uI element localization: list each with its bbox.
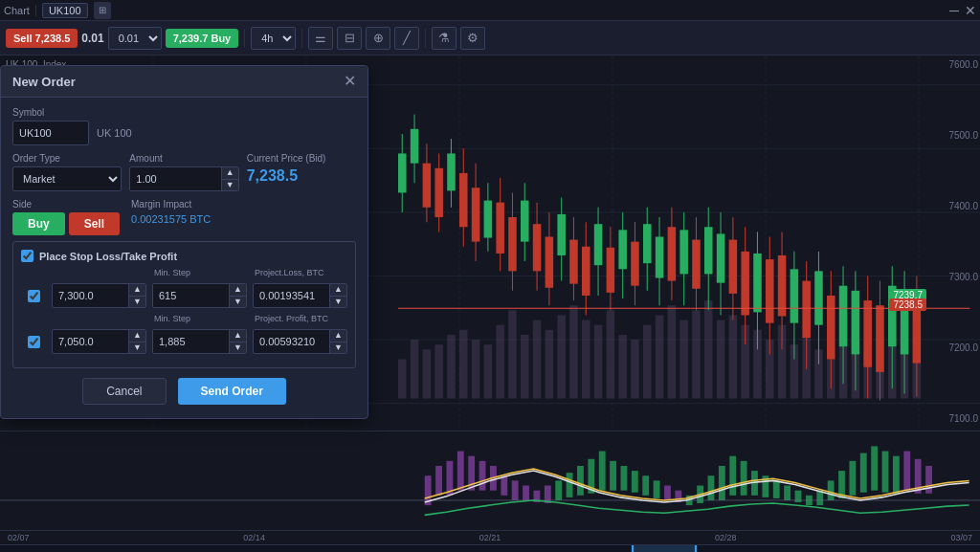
svg-rect-62 bbox=[434, 168, 443, 217]
svg-rect-185 bbox=[893, 456, 900, 494]
svg-rect-128 bbox=[839, 286, 848, 347]
svg-rect-179 bbox=[828, 481, 835, 501]
lot-size-select[interactable]: 0.01 0.1 1.0 bbox=[108, 27, 162, 50]
svg-rect-104 bbox=[692, 240, 701, 289]
margin-value: 0.00231575 BTC bbox=[131, 213, 356, 225]
margin-group: Margin Impact 0.00231575 BTC bbox=[131, 199, 356, 225]
symbol-input[interactable] bbox=[12, 121, 89, 145]
svg-rect-188 bbox=[925, 466, 932, 494]
toolbar: Sell 7,238.5 0.01 0.01 0.1 1.0 7,239.7 B… bbox=[0, 21, 980, 55]
svg-rect-112 bbox=[741, 252, 749, 316]
stop-loss-decrement[interactable]: ▼ bbox=[129, 297, 145, 308]
project-profit-stepper: ▲ ▼ bbox=[329, 330, 346, 353]
stop-loss-input[interactable] bbox=[53, 287, 128, 304]
tp-min-step-col-label: Min. Step bbox=[152, 314, 247, 323]
crosshair-button[interactable]: ⊕ bbox=[366, 27, 390, 50]
take-profit-step-input[interactable] bbox=[153, 333, 229, 350]
sl-step-decrement[interactable]: ▼ bbox=[230, 297, 246, 308]
current-price-label: Current Price (Bid) bbox=[247, 153, 356, 164]
sl-step-increment[interactable]: ▲ bbox=[230, 284, 246, 297]
project-loss-input[interactable] bbox=[254, 287, 329, 304]
chart-icon[interactable]: ⊞ bbox=[94, 2, 111, 19]
tp-step-increment[interactable]: ▲ bbox=[230, 330, 246, 342]
sl-tp-col-headers: Min. Step Project.Loss, BTC bbox=[21, 268, 347, 277]
svg-rect-168 bbox=[708, 476, 715, 501]
pp-decrement[interactable]: ▼ bbox=[330, 342, 346, 354]
svg-rect-149 bbox=[501, 476, 507, 497]
svg-rect-30 bbox=[618, 335, 627, 399]
stop-loss-checkbox[interactable] bbox=[28, 290, 40, 302]
svg-rect-28 bbox=[594, 325, 603, 399]
svg-rect-29 bbox=[607, 310, 615, 398]
price-axis: 7600.0 7500.0 7400.0 7300.0 7200.0 7100.… bbox=[927, 55, 980, 428]
stop-loss-step-input[interactable] bbox=[153, 287, 229, 304]
svg-rect-162 bbox=[642, 476, 649, 497]
date-label-5: 03/07 bbox=[950, 533, 972, 542]
svg-rect-34 bbox=[668, 305, 677, 398]
timeframe-select[interactable]: 4h 1h 1d bbox=[251, 27, 296, 50]
symbol-tag[interactable]: UK100 bbox=[42, 3, 88, 18]
svg-rect-169 bbox=[719, 466, 725, 500]
amount-decrement[interactable]: ▼ bbox=[222, 180, 238, 191]
date-label-2: 02/14 bbox=[243, 533, 265, 542]
draw-button[interactable]: ⊟ bbox=[337, 27, 362, 50]
buy-price-button[interactable]: 7,239.7 Buy bbox=[166, 29, 239, 48]
svg-rect-74 bbox=[508, 217, 517, 271]
cancel-button[interactable]: Cancel bbox=[82, 378, 166, 405]
order-type-select[interactable]: Market Limit Stop bbox=[12, 166, 122, 191]
svg-rect-154 bbox=[555, 481, 562, 501]
take-profit-checkbox[interactable] bbox=[28, 336, 40, 348]
svg-rect-114 bbox=[753, 254, 762, 312]
send-order-button[interactable]: Send Order bbox=[178, 378, 286, 405]
date-label-4: 02/28 bbox=[715, 533, 737, 542]
order-type-row: Order Type Market Limit Stop Amount ▲ bbox=[12, 153, 356, 191]
stop-loss-step-field: ▲ ▼ bbox=[152, 283, 247, 308]
flask-button[interactable]: ⚗ bbox=[432, 27, 457, 50]
sl-tp-header: Place Stop Loss/Take Profit bbox=[21, 250, 347, 262]
dialog-actions: Cancel Send Order bbox=[12, 378, 356, 408]
tp-step-decrement[interactable]: ▼ bbox=[230, 342, 246, 354]
svg-rect-143 bbox=[435, 466, 442, 496]
price-level-6: 7100.0 bbox=[929, 413, 978, 424]
pp-increment[interactable]: ▲ bbox=[330, 330, 346, 342]
amount-input[interactable] bbox=[130, 170, 220, 188]
take-profit-increment[interactable]: ▲ bbox=[129, 330, 145, 342]
symbol-group: Symbol UK 100 bbox=[12, 107, 356, 145]
settings-button[interactable]: ⚙ bbox=[460, 27, 485, 50]
date-label-1: 02/07 bbox=[8, 533, 30, 542]
indicators-button[interactable]: ⚌ bbox=[308, 27, 333, 50]
stop-loss-row: ▲ ▼ ▲ ▼ bbox=[21, 283, 347, 308]
svg-rect-100 bbox=[668, 227, 677, 280]
close-button[interactable]: ✕ bbox=[965, 4, 976, 17]
svg-rect-76 bbox=[521, 201, 529, 242]
order-type-label: Order Type bbox=[12, 153, 122, 164]
svg-rect-36 bbox=[692, 310, 701, 398]
line-tool-button[interactable]: ╱ bbox=[394, 27, 419, 50]
project-profit-input[interactable] bbox=[254, 333, 329, 350]
amount-increment[interactable]: ▲ bbox=[222, 167, 238, 180]
svg-rect-31 bbox=[631, 340, 639, 398]
sell-side-button[interactable]: Sell bbox=[69, 212, 120, 235]
project-loss-col-label: Project.Loss, BTC bbox=[253, 268, 347, 277]
stop-loss-increment[interactable]: ▲ bbox=[129, 284, 145, 297]
minimize-button[interactable]: ─ bbox=[949, 4, 959, 17]
dialog-close-button[interactable]: ✕ bbox=[344, 74, 356, 89]
sl-tp-checkbox[interactable] bbox=[21, 250, 33, 262]
symbol-label: Symbol bbox=[12, 107, 356, 118]
sell-price-button[interactable]: Sell 7,238.5 bbox=[6, 29, 78, 48]
price-level-5: 7200.0 bbox=[929, 342, 978, 353]
pl-increment[interactable]: ▲ bbox=[330, 284, 346, 297]
svg-rect-110 bbox=[729, 240, 738, 294]
buy-side-button[interactable]: Buy bbox=[12, 212, 65, 235]
take-profit-input[interactable] bbox=[53, 333, 128, 350]
svg-rect-27 bbox=[582, 320, 590, 399]
take-profit-decrement[interactable]: ▼ bbox=[129, 342, 145, 354]
svg-rect-153 bbox=[545, 486, 551, 504]
current-price-value: 7,238.5 bbox=[247, 167, 356, 185]
svg-rect-17 bbox=[459, 330, 468, 399]
stop-loss-stepper: ▲ ▼ bbox=[128, 284, 145, 307]
side-label: Side bbox=[12, 199, 120, 210]
main-area: UK 100, Index H: 7694.2 bbox=[0, 55, 980, 552]
svg-rect-64 bbox=[447, 153, 456, 190]
pl-decrement[interactable]: ▼ bbox=[330, 297, 346, 308]
